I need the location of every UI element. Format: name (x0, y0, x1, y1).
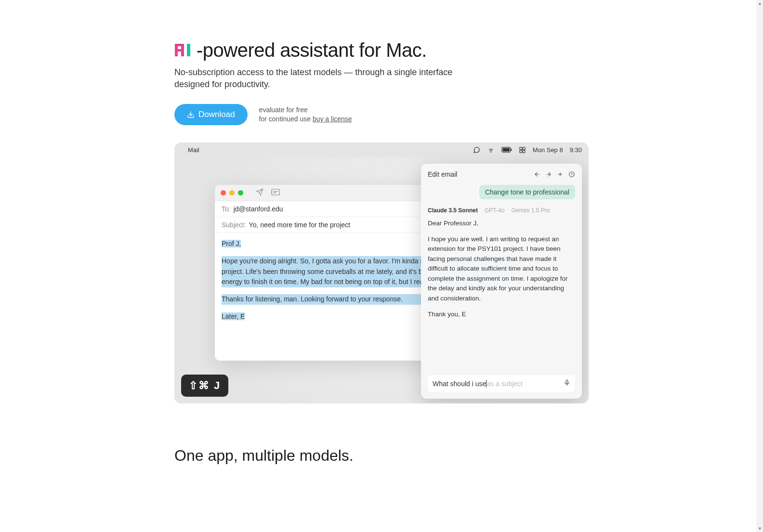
download-icon (187, 111, 195, 118)
arrow-left-icon[interactable] (534, 171, 540, 178)
svg-point-6 (490, 152, 491, 152)
control-center-icon (519, 146, 526, 154)
mail-body-p1: Prof J, (222, 240, 241, 247)
send-icon[interactable] (256, 188, 263, 198)
history-icon[interactable] (568, 171, 575, 178)
assistant-panel: Edit email (421, 164, 582, 399)
assistant-resp-p1: Dear Professor J, (428, 219, 575, 229)
zoom-icon[interactable] (238, 190, 243, 195)
svg-rect-8 (502, 148, 509, 152)
model-tabs: Claude 3.5 Sonnet GPT-4o Gemini 1.5 Pro (428, 207, 575, 214)
assistant-response: Dear Professor J, I hope you are well. I… (428, 219, 575, 375)
svg-rect-22 (566, 380, 568, 384)
tab-gemini[interactable]: Gemini 1.5 Pro (511, 207, 550, 214)
download-button-label: Download (198, 110, 235, 119)
section-heading-models: One app, multiple models. (174, 447, 589, 465)
svg-rect-9 (511, 149, 512, 151)
hero-subtitle: No-subscription access to the latest mod… (174, 66, 483, 91)
svg-rect-3 (175, 49, 184, 52)
assistant-input-ghost: as a subject (487, 380, 523, 388)
assistant-title: Edit email (428, 170, 457, 178)
assistant-input[interactable]: What should i use as a subject (428, 375, 575, 392)
svg-rect-14 (272, 189, 280, 195)
download-button[interactable]: Download (174, 104, 248, 125)
showcase-frame: Mail Mon Sep 8 9:30 (174, 143, 589, 403)
minimize-icon[interactable] (229, 190, 235, 195)
assistant-resp-p3: Thank you, E (428, 310, 575, 320)
svg-rect-2 (175, 44, 184, 46)
svg-rect-4 (187, 44, 190, 56)
tab-claude[interactable]: Claude 3.5 Sonnet (428, 207, 478, 214)
svg-rect-11 (523, 147, 525, 150)
format-icon[interactable] (271, 189, 280, 197)
cta-aside-line2-prefix: for continued use (259, 115, 313, 123)
svg-rect-10 (520, 147, 522, 150)
mail-to-value: jd@stanford.edu (234, 205, 283, 213)
assistant-input-typed: What should i use (433, 380, 486, 388)
svg-rect-12 (520, 150, 522, 153)
mail-subject-label: Subject: (222, 221, 246, 229)
arrow-right-icon[interactable] (545, 171, 552, 178)
cta-aside: evaluate for free for continued use buy … (259, 105, 352, 124)
menubar-time: 9:30 (570, 146, 582, 154)
mac-menubar: Mail Mon Sep 8 9:30 (174, 143, 589, 157)
cta-aside-line1: evaluate for free (259, 105, 352, 115)
scroll-down-arrow[interactable]: ▼ (758, 526, 762, 531)
mail-body-p4a: Later, (222, 312, 240, 320)
mail-subject-value: Yo, need more time for the project (249, 221, 350, 229)
hero-title: -powered assistant for Mac. (174, 39, 589, 62)
ai-logo (174, 39, 197, 62)
menubar-app-name: Mail (188, 146, 199, 154)
close-icon[interactable] (221, 190, 226, 195)
microphone-icon[interactable] (564, 379, 570, 388)
keyboard-shortcut-badge: ⇧⌘ J (181, 375, 228, 397)
mail-to-label: To: (222, 205, 231, 213)
mail-body-p4b: E (240, 312, 245, 320)
wifi-icon (487, 146, 495, 153)
menubar-date: Mon Sep 8 (533, 146, 563, 154)
user-prompt-bubble: Change tone to professional (479, 185, 575, 199)
hero-title-rest: -powered assistant for Mac. (197, 39, 427, 61)
page-scrollbar[interactable]: ▲ ▼ (756, 0, 763, 532)
buy-license-link[interactable]: buy a license (313, 115, 352, 123)
scroll-up-arrow[interactable]: ▲ (758, 1, 762, 6)
tab-gpt4o[interactable]: GPT-4o (485, 207, 504, 214)
window-traffic-lights[interactable] (221, 190, 243, 195)
battery-icon (501, 147, 512, 153)
assistant-resp-p2: I hope you are well. I am writing to req… (428, 234, 575, 304)
chat-bubble-icon (473, 146, 480, 154)
plus-icon[interactable] (557, 171, 564, 178)
svg-rect-13 (523, 150, 525, 153)
